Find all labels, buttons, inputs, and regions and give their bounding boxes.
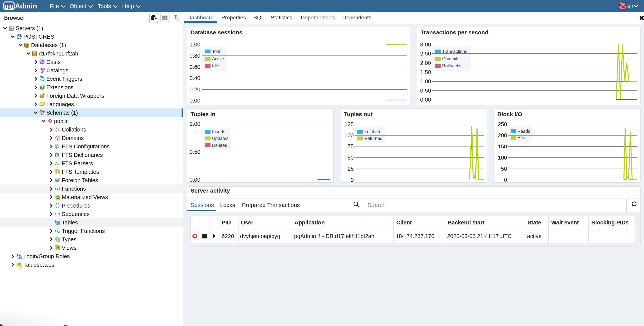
svg-text:pg: pg bbox=[4, 2, 14, 10]
svg-text:250: 250 bbox=[498, 121, 507, 127]
svg-text:184.74.237.170: 184.74.237.170 bbox=[396, 233, 434, 239]
svg-text:Application: Application bbox=[294, 219, 325, 226]
svg-text:State: State bbox=[528, 219, 541, 226]
svg-text:1.50: 1.50 bbox=[420, 69, 431, 75]
svg-text:Active: Active bbox=[212, 56, 224, 61]
svg-text:75: 75 bbox=[348, 143, 354, 149]
svg-text:B: B bbox=[56, 129, 57, 132]
svg-text:0.50: 0.50 bbox=[420, 88, 431, 94]
svg-text:pgAdmin 4 - DB:d17fekh11pf2ah: pgAdmin 4 - DB:d17fekh11pf2ah bbox=[294, 233, 374, 239]
svg-text:0.00: 0.00 bbox=[190, 177, 200, 183]
svg-text:1.00: 1.00 bbox=[190, 121, 200, 127]
svg-text:Backend start: Backend start bbox=[448, 219, 484, 226]
svg-text:2.50: 2.50 bbox=[420, 51, 431, 57]
svg-text:Locks: Locks bbox=[220, 202, 235, 208]
svg-text:150: 150 bbox=[498, 143, 507, 149]
svg-text:0: 0 bbox=[351, 177, 354, 183]
svg-text:200: 200 bbox=[498, 132, 507, 138]
svg-text:A: A bbox=[55, 161, 58, 166]
svg-text:Search: Search bbox=[368, 202, 386, 208]
svg-text:PID: PID bbox=[222, 219, 231, 226]
svg-text:Blocking PIDs: Blocking PIDs bbox=[591, 219, 629, 226]
svg-text:Database sessions: Database sessions bbox=[190, 29, 242, 36]
svg-text:Reads: Reads bbox=[518, 129, 530, 134]
svg-text:50: 50 bbox=[348, 154, 354, 161]
svg-text:100: 100 bbox=[344, 132, 354, 138]
svg-text:Rollbacks: Rollbacks bbox=[442, 63, 461, 68]
svg-text:50: 50 bbox=[501, 166, 507, 172]
svg-text:Sessions: Sessions bbox=[190, 202, 214, 208]
svg-text:Commits: Commits bbox=[442, 56, 460, 61]
svg-text:Transactions per second: Transactions per second bbox=[421, 29, 488, 36]
svg-text:Idle: Idle bbox=[212, 63, 219, 68]
svg-text:Admin: Admin bbox=[15, 2, 37, 10]
svg-text:active: active bbox=[527, 233, 542, 239]
svg-text:Prepared Transactions: Prepared Transactions bbox=[242, 202, 300, 208]
svg-text:Deletes: Deletes bbox=[212, 143, 227, 148]
svg-text:Total: Total bbox=[212, 49, 222, 54]
svg-text:Inserts: Inserts bbox=[212, 129, 225, 134]
svg-text:Updates: Updates bbox=[212, 136, 228, 141]
svg-text:1.00: 1.00 bbox=[190, 42, 200, 48]
svg-text:a: a bbox=[58, 162, 60, 165]
svg-text:0.00: 0.00 bbox=[420, 97, 431, 103]
svg-text:Returned: Returned bbox=[364, 136, 382, 141]
svg-text:Tuples out: Tuples out bbox=[344, 111, 372, 117]
svg-text:1..3: 1..3 bbox=[55, 213, 60, 216]
svg-text:25: 25 bbox=[348, 166, 354, 172]
svg-text:3.00: 3.00 bbox=[420, 42, 431, 48]
svg-text:0: 0 bbox=[504, 177, 507, 183]
svg-text:0.50: 0.50 bbox=[190, 149, 200, 155]
svg-text:dvyhjemoeptxyg: dvyhjemoeptxyg bbox=[240, 233, 280, 239]
svg-text:6220: 6220 bbox=[222, 233, 234, 239]
svg-text:0.00: 0.00 bbox=[190, 98, 200, 104]
svg-text:Client: Client bbox=[396, 219, 412, 226]
svg-text:125: 125 bbox=[344, 121, 354, 127]
svg-text:0.80: 0.80 bbox=[190, 53, 200, 59]
svg-text:Server activity: Server activity bbox=[190, 187, 230, 194]
svg-text:0.20: 0.20 bbox=[190, 86, 200, 93]
svg-text:2.00: 2.00 bbox=[420, 60, 431, 66]
svg-text:Wait event: Wait event bbox=[551, 219, 579, 226]
svg-text:100: 100 bbox=[498, 154, 507, 161]
svg-text:Transactions: Transactions bbox=[442, 49, 467, 54]
svg-text:0.60: 0.60 bbox=[190, 64, 200, 70]
svg-text:Block I/O: Block I/O bbox=[497, 111, 522, 117]
svg-text:0.40: 0.40 bbox=[190, 75, 200, 81]
svg-text:Fetched: Fetched bbox=[364, 129, 380, 134]
svg-text:User: User bbox=[241, 219, 254, 226]
svg-text:2020-03-03 21:41:17 UTC: 2020-03-03 21:41:17 UTC bbox=[447, 233, 512, 239]
svg-text:Hits: Hits bbox=[518, 135, 525, 140]
svg-text:Tuples in: Tuples in bbox=[190, 111, 215, 117]
svg-text:1.00: 1.00 bbox=[420, 78, 431, 84]
